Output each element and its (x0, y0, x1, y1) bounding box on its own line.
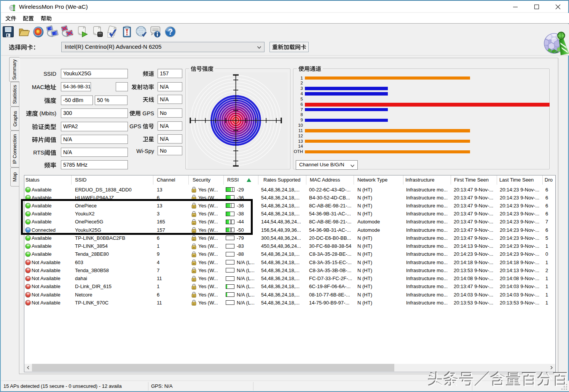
toolbar-disconnect-button[interactable] (61, 25, 74, 39)
column-header-rates[interactable]: Rates Supported (258, 175, 306, 185)
column-header-infra[interactable]: Infrastructure (403, 175, 451, 185)
rts-threshold-field[interactable]: N/A (61, 148, 128, 157)
toolbar-help-button[interactable]: ? (164, 25, 177, 39)
gps-signal-field[interactable]: N/A (158, 121, 182, 131)
reload-adapter-button[interactable] (269, 42, 309, 52)
label-cjk (44, 97, 56, 104)
cell-security: Yes (W... (189, 299, 224, 307)
frag-threshold-field[interactable]: N/A (61, 135, 128, 144)
cell-net: N (HT) (354, 210, 403, 218)
table-row-Netcore[interactable]: Not AvailableNetcore6Yes (W...N/A (L...5… (24, 291, 556, 299)
cell-first: 20:14:03 9-Nov-... (451, 291, 497, 299)
table-row-Tenda_28BE80[interactable]: AvailableTenda_28BE809Yes (W...-8854,48,… (24, 250, 556, 258)
channel-bar-7 (305, 108, 388, 112)
toolbar-target-button[interactable] (32, 25, 45, 39)
field-label-wispy: Wi-Spy (136, 146, 154, 156)
cell-ssid: dahai (72, 275, 153, 283)
channel-mode-select[interactable]: Channel Use B/G/N (296, 160, 358, 170)
frequency-field[interactable]: 5785 MHz (61, 160, 128, 169)
speed-field[interactable]: 300 (61, 108, 128, 118)
cell-mac: 8C-AB-8E-98-21-... (306, 202, 354, 210)
close-button[interactable] (549, 1, 567, 13)
column-header-net[interactable]: Network Type (354, 175, 403, 185)
column-header-first[interactable]: First Time Seen (451, 175, 497, 185)
toolbar-stop-log-button[interactable] (91, 25, 104, 39)
toolbar-open-button[interactable] (18, 25, 31, 39)
tab-map[interactable]: Map (10, 167, 19, 186)
ssid-field[interactable]: YoukuX25G (61, 69, 128, 78)
mac-extra-field[interactable] (116, 82, 128, 91)
channel-chart: 1234567891011121314OTH (293, 73, 549, 159)
scrollbar-thumb[interactable] (32, 364, 394, 371)
table-row-D-Link_DIR_615[interactable]: Not AvailableD-Link_DIR_6151Yes (W...N/A… (24, 283, 556, 291)
column-header-security[interactable]: Security (189, 175, 224, 185)
column-header-last[interactable]: Last Time Seen (497, 175, 543, 185)
channel-title-cjk (298, 66, 321, 72)
cell-mac: 30-FC-68-88-38-54 (306, 242, 354, 250)
antenna-field[interactable]: N/A (158, 95, 182, 104)
status-orb-red (25, 268, 31, 273)
horizontal-scrollbar[interactable] (24, 364, 555, 371)
cell-drop: 6 (543, 194, 556, 202)
tab-statistics[interactable]: Statistics (10, 82, 19, 107)
satellites-field[interactable]: N/A (158, 134, 182, 143)
table-row-603[interactable]: Not Available6034Yes (W...N/A (L...54,48… (24, 258, 556, 266)
scroll-left-button[interactable] (24, 364, 32, 371)
toolbar-connect-button[interactable] (46, 25, 59, 39)
sort-ascending-icon (247, 178, 251, 182)
maximize-button[interactable] (528, 1, 545, 13)
column-header-ssid[interactable]: SSID (72, 175, 153, 185)
table-row-Tenda_3B0B58[interactable]: Not AvailableTenda_3B0B587Yes (W...N/A (… (24, 266, 556, 274)
minimize-button[interactable] (507, 1, 524, 13)
menu-help[interactable] (41, 14, 52, 23)
toolbar-save-button[interactable] (2, 25, 15, 39)
scroll-right-button[interactable] (548, 364, 555, 371)
mac-field[interactable]: 54-36-9B-31-AC (61, 82, 91, 91)
toolbar-report-button[interactable] (121, 25, 134, 39)
column-header-rssi[interactable]: RSSI (224, 175, 258, 185)
cell-channel: 6 (153, 291, 189, 299)
status-orb-red (25, 300, 31, 306)
svg-text:?: ? (168, 27, 173, 37)
auth-type-field[interactable]: WPA2 (61, 122, 128, 131)
channel-bar-3 (305, 87, 388, 90)
table-row-dahai[interactable]: Not Availabledahai11Yes (W...N/A (L...54… (24, 275, 556, 283)
strength-pct-field[interactable]: 50 % (95, 96, 128, 105)
cell-ssid: Tenda_28BE80 (72, 250, 153, 258)
column-header-status[interactable]: Status (24, 175, 72, 185)
toolbar-run-log-button[interactable] (76, 25, 89, 39)
toolbar-info-button[interactable] (149, 25, 162, 39)
column-header-mac[interactable]: MAC Address (306, 175, 354, 185)
toolbar-web-button[interactable] (135, 25, 148, 39)
table-row-TP-LINK_3854[interactable]: AvailableTP-LINK_38541Yes (W...-83450,54… (24, 242, 556, 250)
field-label-speed: (Mbits) (26, 108, 56, 118)
label-cjk (44, 162, 56, 168)
channel-field[interactable]: 157 (158, 69, 182, 78)
tab-graphs[interactable]: Graphs (10, 107, 19, 131)
table-row-TP-LINK_B0BBAC2FB[interactable]: AvailableTP-LINK_B0BBAC2FB6Yes (W...-793… (24, 234, 556, 242)
wispy-field[interactable]: No (158, 146, 182, 155)
toolbar-verify-log-button[interactable] (106, 25, 119, 39)
table-row-ERDUO_DS_1838_4DD0[interactable]: AvailableERDUO_DS_1838_4DD013Yes (W...-2… (24, 186, 556, 194)
strength-dbm-field[interactable]: -50 dBm (61, 96, 93, 105)
lock-icon (191, 251, 196, 257)
menu-file[interactable] (5, 14, 16, 23)
use-gps-field[interactable]: No (158, 108, 182, 118)
cell-rssi: N/A (L... (224, 291, 258, 299)
disconnect-icon (61, 25, 73, 38)
open-icon (18, 25, 30, 38)
tab-ip-connection[interactable]: IP Connection (10, 131, 19, 167)
tab-summary[interactable]: Summary (9, 57, 19, 82)
table-row-TP-LINK_970C[interactable]: Not AvailableTP-LINK_970C11Yes (W...N/A … (24, 299, 556, 307)
scroll-right-icon (550, 366, 553, 370)
tx-power-field[interactable]: N/A (158, 82, 182, 91)
adapter-select[interactable]: Intel(R) Centrino(R) Advanced-N 6205 (61, 42, 265, 52)
cell-drop: 7 (543, 218, 556, 226)
label-cjk (26, 110, 38, 116)
menu-config[interactable] (23, 14, 34, 23)
column-header-drop[interactable]: Dro (543, 175, 556, 185)
cell-status: Not Available (24, 275, 72, 283)
cell-first: 20:13:53 9-Nov-... (451, 299, 497, 307)
column-header-channel[interactable]: Channel (153, 175, 189, 185)
app-window: WirelessMon Pro (We-aC) ?Intel(R) Centri… (0, 0, 569, 392)
